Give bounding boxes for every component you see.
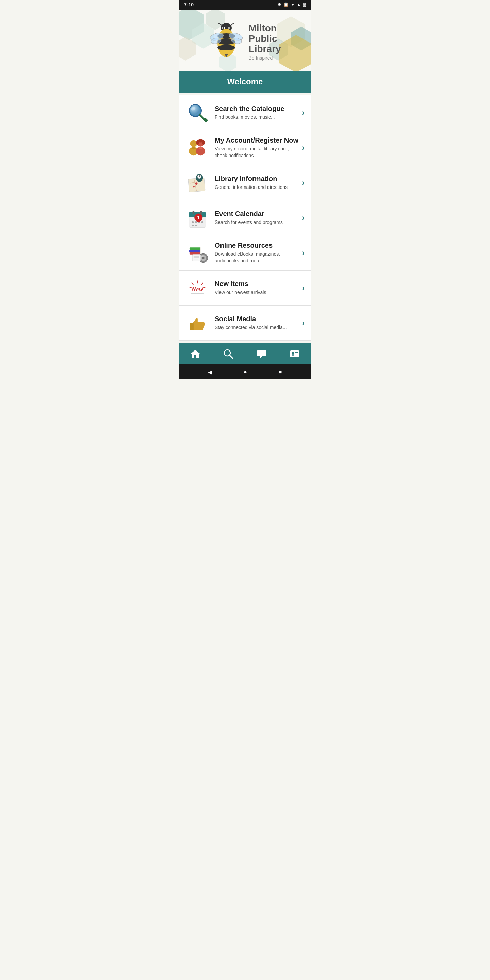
account-nav-icon <box>290 349 300 359</box>
svg-line-79 <box>230 355 233 358</box>
home-nav-icon <box>190 349 200 359</box>
nav-search[interactable] <box>216 347 240 360</box>
library-info-arrow: › <box>302 178 305 188</box>
library-info-icon <box>185 171 209 195</box>
header-area: MiltonPublicLibrary Be Inspired <box>179 10 311 71</box>
svg-point-29 <box>202 140 205 145</box>
event-calendar-content: Event Calendar Search for events and pro… <box>215 210 298 226</box>
social-media-icon <box>185 311 209 335</box>
svg-point-28 <box>196 140 199 145</box>
library-tagline: Be Inspired <box>249 55 281 60</box>
search-catalogue-content: Search the Catalogue Find books, movies,… <box>215 105 298 121</box>
social-media-arrow: › <box>302 318 305 328</box>
menu-item-online-resources[interactable]: Online Resources Download eBooks, magazi… <box>179 235 311 270</box>
online-resources-content: Online Resources Download eBooks, magazi… <box>215 242 298 264</box>
svg-point-30 <box>198 147 203 149</box>
menu-item-library-info[interactable]: Library Information General information … <box>179 165 311 200</box>
chat-nav-icon <box>256 349 267 359</box>
event-calendar-arrow: › <box>302 213 305 223</box>
my-account-content: My Account/Register Now View my record, … <box>215 137 298 159</box>
svg-text:1: 1 <box>197 215 200 221</box>
svg-rect-59 <box>200 247 201 255</box>
status-bar: 7:10 ⚙ 📋 ▼ ▲ ▓ <box>179 0 311 10</box>
online-resources-arrow: › <box>302 248 305 258</box>
wifi-icon: ▼ <box>291 2 295 7</box>
svg-rect-46 <box>192 211 195 215</box>
online-resources-desc: Download eBooks, magazines, audiobooks a… <box>215 251 298 264</box>
my-account-arrow: › <box>302 143 305 153</box>
android-recent[interactable]: ■ <box>279 369 282 375</box>
social-media-content: Social Media Stay connected via social m… <box>215 315 298 331</box>
my-account-icon <box>185 136 209 159</box>
signal-icon: ▲ <box>297 2 301 7</box>
svg-point-53 <box>195 224 197 227</box>
battery-icon: ▓ <box>303 2 306 7</box>
social-media-desc: Stay connected via social media... <box>215 324 298 331</box>
svg-rect-58 <box>189 247 201 250</box>
svg-point-17 <box>228 27 230 29</box>
svg-point-52 <box>192 224 194 227</box>
logo-container: MiltonPublicLibrary Be Inspired <box>209 23 281 60</box>
clipboard-icon: 📋 <box>283 2 288 7</box>
svg-point-16 <box>223 27 224 29</box>
bottom-nav <box>179 343 311 364</box>
nav-home[interactable] <box>183 347 207 360</box>
svg-line-72 <box>192 283 193 285</box>
menu-item-event-calendar[interactable]: 1 Event Calendar Search for events and p… <box>179 200 311 235</box>
svg-point-49 <box>195 221 197 223</box>
library-info-desc: General information and directions <box>215 184 298 191</box>
svg-point-51 <box>202 221 204 223</box>
svg-point-63 <box>202 257 204 258</box>
event-calendar-title: Event Calendar <box>215 210 298 218</box>
new-items-icon: New <box>185 276 209 300</box>
welcome-banner: Welcome <box>179 71 311 92</box>
nav-account[interactable] <box>283 347 307 360</box>
logo-text: MiltonPublicLibrary Be Inspired <box>249 23 281 60</box>
new-items-title: New Items <box>215 280 298 288</box>
new-items-arrow: › <box>302 283 305 293</box>
svg-point-19 <box>190 105 200 116</box>
nav-chat[interactable] <box>250 347 274 360</box>
svg-marker-77 <box>191 350 200 358</box>
event-calendar-icon: 1 <box>185 206 209 230</box>
search-catalogue-icon <box>185 101 209 124</box>
library-name: MiltonPublicLibrary <box>249 23 281 54</box>
event-calendar-desc: Search for events and programs <box>215 219 298 226</box>
svg-line-70 <box>202 283 203 285</box>
bee-icon <box>209 23 243 60</box>
svg-rect-47 <box>200 211 202 215</box>
library-info-title: Library Information <box>215 175 298 183</box>
menu-item-my-account[interactable]: My Account/Register Now View my record, … <box>179 130 311 165</box>
search-catalogue-arrow: › <box>302 108 305 118</box>
settings-icon: ⚙ <box>278 2 282 7</box>
svg-point-31 <box>191 147 196 150</box>
library-info-content: Library Information General information … <box>215 175 298 191</box>
svg-point-48 <box>192 221 194 223</box>
svg-rect-57 <box>189 250 200 252</box>
status-icons: ⚙ 📋 ▼ ▲ ▓ <box>278 2 306 7</box>
svg-point-8 <box>218 45 235 50</box>
android-back[interactable]: ◀ <box>208 369 212 375</box>
online-resources-icon <box>185 241 209 265</box>
svg-point-81 <box>292 352 294 355</box>
menu-item-social-media[interactable]: Social Media Stay connected via social m… <box>179 305 311 340</box>
android-home[interactable]: ● <box>243 369 247 375</box>
menu-item-search-catalogue[interactable]: Search the Catalogue Find books, movies,… <box>179 95 311 130</box>
search-catalogue-title: Search the Catalogue <box>215 105 298 113</box>
search-catalogue-desc: Find books, movies, music... <box>215 114 298 121</box>
new-items-desc: View our newest arrivals <box>215 289 298 296</box>
status-time: 7:10 <box>184 2 194 8</box>
new-items-content: New Items View our newest arrivals <box>215 280 298 296</box>
svg-rect-76 <box>190 323 194 331</box>
android-nav-bar: ◀ ● ■ <box>179 364 311 379</box>
menu-list: Search the Catalogue Find books, movies,… <box>179 95 311 340</box>
svg-rect-56 <box>189 252 201 255</box>
menu-item-new-items[interactable]: New New Items View our newest arrivals › <box>179 270 311 305</box>
svg-text:New: New <box>191 285 204 293</box>
search-nav-icon <box>223 349 234 359</box>
welcome-label: Welcome <box>227 77 263 86</box>
my-account-title: My Account/Register Now <box>215 137 298 144</box>
online-resources-title: Online Resources <box>215 242 298 250</box>
social-media-title: Social Media <box>215 315 298 323</box>
my-account-desc: View my record, digital library card, ch… <box>215 146 298 159</box>
